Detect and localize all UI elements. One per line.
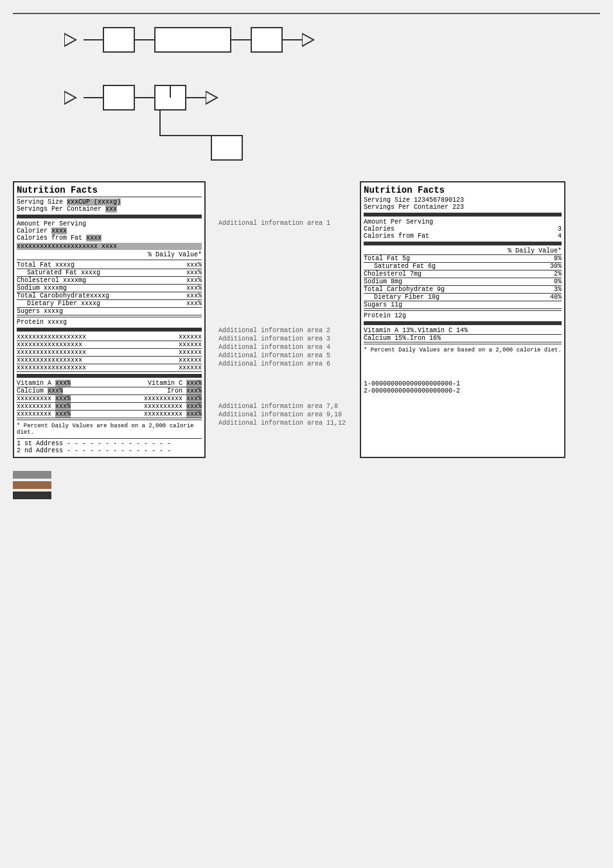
thin-rule-1: [17, 260, 202, 260]
left-amount-per: Amount Per Serving: [17, 220, 202, 227]
line4: [283, 39, 302, 40]
left-add-row-3: xxxxxxxxxxxxxxxxxxxxxxxx: [17, 349, 202, 357]
line1: [84, 39, 103, 40]
left-add-row-1: xxxxxxxxxxxxxxxxxxxxxxxx: [17, 333, 202, 341]
middle-info78: Additional information area 7,8: [218, 403, 347, 410]
left-footnote: * Percent Daily Values are based on a 2,…: [17, 421, 202, 437]
right-daily-value-header: % Daily Value*: [364, 247, 562, 255]
right-fiber-row: Dietary Fiber 10g 40%: [364, 294, 562, 301]
left-cholesterol-row: Cholesterol xxxxmg xxx%: [17, 277, 202, 285]
swatch-1: [13, 471, 51, 479]
right-calories-row: Calories 3: [364, 226, 562, 233]
thin-rule-2: [17, 317, 202, 317]
right-vitamin-line: Vitamin A 13%.Vitamin C 14%: [364, 327, 562, 335]
middle-info5: Additional information area 5: [218, 352, 347, 359]
thick-rule-3: [17, 374, 202, 378]
left-address-rule: [17, 438, 202, 439]
left-add-row-4: xxxxxxxxxxxxxxxxxxxxxxx: [17, 357, 202, 364]
arrow-open-left: [64, 30, 84, 49]
right-thick-rule-3: [364, 321, 562, 325]
line2: [135, 39, 154, 40]
left-nutrition-label: Nutrition Facts Serving Size xxxCUP (xxx…: [13, 181, 206, 458]
left-extra-row-2: xxxxxxxxx xxx% xxxxxxxxxx xxx%: [17, 403, 202, 411]
right-thick-rule-2: [364, 242, 562, 245]
color-swatches: [13, 471, 600, 499]
left-calorier: Calorier xxxx: [17, 227, 202, 235]
middle-info4: Additional information area 4: [218, 344, 347, 351]
right-title: Nutrition Facts: [364, 185, 562, 197]
right-barcode1: 1-000000000000000000000-1: [364, 380, 562, 387]
right-serving-size: Serving Size 1234567890123: [364, 197, 562, 204]
left-sodium-row: Sodium xxxxmg xxx%: [17, 285, 202, 292]
svg-marker-1: [302, 33, 314, 46]
diag2-box1: [103, 85, 135, 111]
svg-marker-0: [64, 33, 76, 46]
right-sugars-row: Sugars 11g: [364, 301, 562, 309]
box1: [103, 27, 135, 53]
left-extra-row-1: xxxxxxxxx xxx% xxxxxxxxxx xxx%: [17, 395, 202, 403]
left-daily-value-header: % Daily Value*: [17, 251, 202, 258]
left-highlight-row: xxxxxxxxxxxxxxxxxxxxx xxxx: [17, 243, 202, 250]
right-amount-per: Amount Per Serving: [364, 218, 562, 226]
right-barcode2: 2-000000000000000000000-2: [364, 387, 562, 394]
right-calories-fat-row: Calories from Fat 4: [364, 233, 562, 240]
diag2-arrow-left: [64, 88, 84, 107]
top-rule: [13, 13, 600, 14]
box2: [251, 27, 283, 53]
diagram2-area: [13, 72, 600, 162]
left-calcium-iron-row: Calcium xxx% Iron xxx%: [17, 387, 202, 395]
right-thin-rule-1: [364, 310, 562, 311]
left-footnote-rule: [17, 420, 202, 420]
left-add-row-2: xxxxxxxxxxxxxxxxxxxxxxx: [17, 341, 202, 349]
middle-info910: Additional information area 9,10: [218, 411, 347, 418]
left-add-row-5: xxxxxxxxxxxxxxxxxxxxxxxx: [17, 364, 202, 372]
feedback-box: [211, 135, 243, 161]
left-total-fat-row: Total Fat xxxxg xxx%: [17, 261, 202, 269]
right-cholesterol-row: Cholesterol 7mg 2%: [364, 270, 562, 278]
box-wide1: [154, 27, 231, 53]
right-carb-row: Total Carbohydrate 9g 3%: [364, 286, 562, 294]
middle-info-area: Additional information area 1Additional …: [218, 181, 347, 458]
swatch-2: [13, 481, 51, 489]
left-address2: 2 nd Address - - - - - - - - - - - - - -: [17, 447, 202, 454]
right-footnote: * Percent Daily Values are based on a 2,…: [364, 346, 562, 355]
right-sodium-row: Sodium 8mg 0%: [364, 278, 562, 286]
right-servings: Servings Per Container 223: [364, 204, 562, 211]
middle-info6: Additional information area 6: [218, 360, 347, 368]
left-fiber-row: Dietary Fiber xxxxg xxx%: [17, 300, 202, 308]
arrow-open-right: [302, 30, 321, 49]
left-address1: 1 st Address - - - - - - - - - - - - - -: [17, 440, 202, 447]
middle-info1: Additional information area 1: [218, 220, 347, 227]
right-sat-fat-row: Saturated Fat 6g 30%: [364, 263, 562, 270]
left-sat-fat-row: Saturated Fat xxxxg xxx%: [17, 269, 202, 277]
left-sugars-row: Sugers xxxxg: [17, 308, 202, 315]
svg-marker-2: [64, 91, 76, 104]
diag2-line2: [135, 97, 154, 98]
swatch-3: [13, 492, 51, 499]
right-protein-row: Protein 12g: [364, 312, 562, 319]
thick-rule-2: [17, 328, 202, 332]
main-content-area: Nutrition Facts Serving Size xxxCUP (xxx…: [13, 181, 600, 458]
right-thick-rule-1: [364, 213, 562, 217]
middle-info2: Additional information area 2: [218, 327, 347, 334]
middle-info1112: Additional information area 11,12: [218, 420, 347, 427]
thick-rule-1: [17, 215, 202, 218]
middle-info3: Additional information area 3: [218, 335, 347, 342]
left-carb-row: Total Carobohydratexxxxg xxx%: [17, 292, 202, 300]
diagram1-row: [64, 27, 321, 53]
diag2-line3: [186, 97, 206, 98]
left-calories-fat: Calories from Fat xxxx: [17, 235, 202, 242]
right-total-fat-row: Total Fat 5g 8%: [364, 255, 562, 263]
diagram1-area: [13, 27, 600, 59]
left-title: Nutrition Facts: [17, 185, 202, 197]
left-servings: Servings Per Container xxx: [17, 206, 202, 213]
svg-marker-3: [206, 91, 217, 104]
diag2-vert-up: [170, 85, 171, 98]
line3: [231, 39, 251, 40]
diag2-arrow-right: [206, 88, 225, 107]
feedback-vert-down: [159, 111, 161, 136]
diag2-line1: [84, 97, 103, 98]
left-serving-size: Serving Size xxxCUP (xxxxg): [17, 199, 202, 206]
right-calcium-line: Calcium 15%.Iron 16%: [364, 335, 562, 342]
feedback-horiz: [159, 135, 211, 136]
